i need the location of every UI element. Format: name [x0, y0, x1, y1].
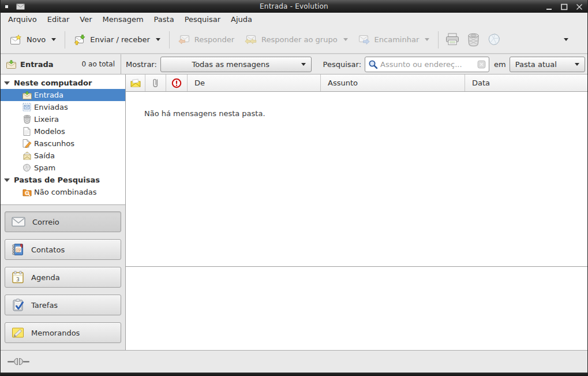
sidebar: Neste computador Entrada [1, 75, 126, 350]
preview-pane[interactable] [126, 267, 587, 350]
minimize-button[interactable] [545, 2, 554, 10]
folder-item-lixeira[interactable]: Lixeira [1, 113, 125, 125]
search-scope-dropdown[interactable]: Pasta atual [510, 57, 585, 72]
folder-label: Não combinadas [34, 188, 97, 196]
switcher-contatos-button[interactable]: @ Contatos [5, 239, 121, 260]
spam-icon [22, 163, 32, 172]
new-dropdown-arrow-icon[interactable] [51, 38, 56, 41]
expander-icon[interactable] [4, 178, 10, 182]
search-scope-value: Pasta atual [515, 60, 569, 69]
folder-item-spam[interactable]: Spam [1, 162, 125, 174]
tree-section-this-computer[interactable]: Neste computador [1, 77, 125, 89]
folder-label: Spam [34, 163, 55, 172]
send-receive-dropdown-arrow-icon[interactable] [156, 38, 160, 41]
message-count: 0 ao total [82, 60, 115, 68]
menu-arquivo[interactable]: Arquivo [3, 14, 42, 25]
view-switcher: Correio @ [1, 205, 125, 350]
junk-button[interactable] [484, 29, 504, 51]
show-filter-dropdown[interactable]: Todas as mensagens [160, 57, 312, 72]
section-label: Pastas de Pesquisas [14, 176, 100, 184]
toolbar-separator [169, 31, 170, 49]
menu-ajuda[interactable]: Ajuda [226, 14, 257, 25]
svg-text:@: @ [16, 246, 21, 252]
folder-label: Rascunhos [34, 139, 74, 148]
menu-mensagem[interactable]: Mensagem [98, 14, 149, 25]
forward-dropdown-arrow-icon[interactable] [425, 38, 429, 41]
switcher-tarefas-button[interactable]: Tarefas [5, 295, 121, 315]
folder-item-saida[interactable]: Saída [1, 150, 125, 162]
column-priority[interactable] [166, 75, 188, 91]
folder-item-entrada[interactable]: Entrada [1, 89, 125, 101]
contacts-icon: @ [12, 243, 24, 256]
forward-label: Encaminhar [374, 35, 420, 44]
reply-group-dropdown-arrow-icon[interactable] [343, 38, 348, 41]
menu-pesquisar[interactable]: Pesquisar [179, 14, 226, 25]
switcher-correio-button[interactable]: Correio [5, 211, 121, 232]
folder-item-enviadas[interactable]: Enviadas [1, 101, 125, 113]
column-from-label: De [194, 79, 205, 87]
new-button[interactable]: Novo [5, 29, 61, 51]
switcher-agenda-button[interactable]: 3 Agenda [5, 267, 121, 288]
search-input[interactable] [380, 60, 475, 69]
toolbar-separator [438, 31, 439, 49]
close-button[interactable] [575, 2, 584, 10]
clear-search-icon[interactable] [477, 60, 486, 69]
new-button-label: Novo [27, 35, 46, 44]
title-bar: Entrada - Evolution [1, 0, 587, 13]
search-folder-icon [22, 188, 32, 196]
menu-editar[interactable]: Editar [42, 14, 75, 25]
print-button[interactable] [442, 29, 463, 51]
message-list-pane: De Assunto Data Não há mensagens nesta p… [126, 75, 587, 350]
folder-item-rascunhos[interactable]: Rascunhos [1, 137, 125, 150]
forward-button[interactable]: Encaminhar [353, 29, 435, 51]
section-label: Neste computador [14, 79, 92, 87]
memo-icon [12, 327, 24, 338]
menu-ver[interactable]: Ver [74, 14, 97, 25]
expander-icon[interactable] [4, 81, 10, 85]
toolbar-overflow-button[interactable] [555, 29, 576, 51]
search-scope-arrow-icon [575, 63, 579, 66]
column-attachment[interactable] [145, 75, 166, 91]
folder-item-modelos[interactable]: Modelos [1, 125, 125, 137]
evolution-window: Entrada - Evolution Arquivo Editar Ver M… [0, 0, 588, 376]
switcher-label: Agenda [31, 273, 60, 282]
column-subject[interactable]: Assunto [321, 75, 465, 91]
reply-button[interactable]: Responder [173, 29, 239, 51]
show-label: Mostrar: [126, 60, 157, 69]
trash-icon [467, 33, 480, 47]
column-date[interactable]: Data [465, 75, 587, 91]
folder-label: Modelos [34, 127, 65, 136]
switcher-memorandos-button[interactable]: Memorandos [5, 322, 121, 343]
message-list-body[interactable]: Não há mensagens nesta pasta. [126, 92, 587, 267]
inbox-icon [22, 91, 32, 99]
column-from[interactable]: De [188, 75, 321, 91]
empty-folder-message: Não há mensagens nesta pasta. [144, 109, 265, 118]
switcher-label: Tarefas [31, 301, 58, 310]
svg-text:3: 3 [16, 277, 20, 282]
folder-label: Saída [34, 151, 55, 160]
sent-icon [22, 103, 32, 111]
switcher-label: Correio [32, 218, 59, 226]
window-menu-dot-icon[interactable] [5, 5, 8, 8]
send-receive-button[interactable]: Enviar / receber [69, 29, 166, 51]
column-subject-label: Assunto [328, 79, 358, 87]
folder-item-nao-combinadas[interactable]: Não combinadas [1, 186, 125, 198]
document-icon [22, 127, 32, 136]
toolbar-separator [65, 31, 65, 49]
maximize-button[interactable] [560, 2, 569, 10]
folder-info-bar: Entrada 0 ao total Mostrar: Todas as men… [1, 54, 587, 75]
column-status[interactable] [126, 75, 145, 91]
column-date-label: Data [472, 79, 490, 87]
reply-group-label: Responder ao grupo [261, 35, 338, 44]
reply-label: Responder [194, 35, 234, 44]
in-label: em [494, 60, 506, 69]
online-status-plug-icon[interactable] [8, 357, 29, 366]
draft-icon [22, 139, 32, 148]
tree-section-search-folders[interactable]: Pastas de Pesquisas [1, 174, 125, 186]
forward-icon [358, 35, 370, 44]
menu-pasta[interactable]: Pasta [149, 14, 179, 25]
tasks-icon [12, 299, 24, 311]
delete-button[interactable] [463, 29, 484, 51]
show-filter-arrow-icon [301, 63, 306, 66]
reply-group-button[interactable]: Responder ao grupo [239, 29, 353, 51]
